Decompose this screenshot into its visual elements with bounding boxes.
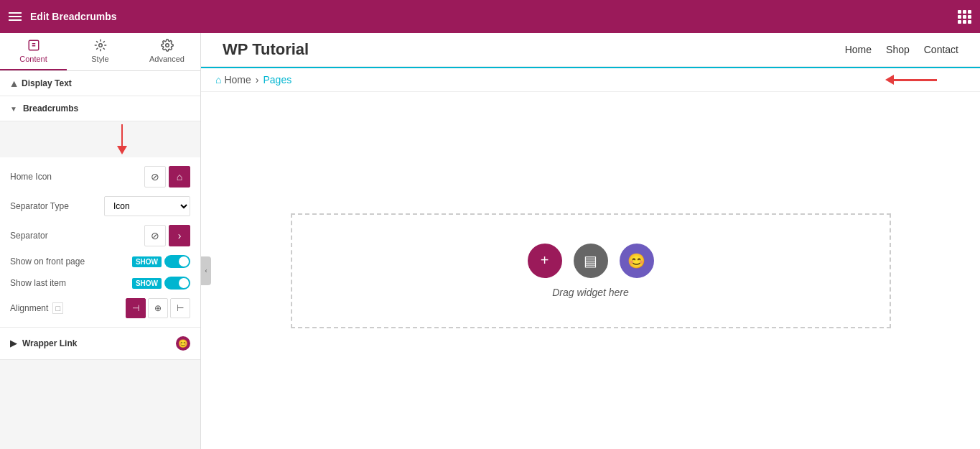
- folder-icon: ▤: [584, 252, 597, 269]
- panel-toggle-icon: ‹: [205, 267, 207, 274]
- align-left-btn[interactable]: ⊣: [126, 298, 146, 318]
- breadcrumb-separator: ›: [256, 74, 259, 85]
- widget-drop-zone[interactable]: + ▤ 😊 Drag widget here: [291, 213, 891, 328]
- align-center-btn[interactable]: ⊕: [148, 298, 168, 318]
- wrapper-link-chevron: ▶: [10, 338, 17, 348]
- breadcrumbs-content: Home Icon ⊘ ⌂ Separator Type Icon Text S…: [0, 157, 200, 328]
- breadcrumbs-label: Breadcrumbs: [23, 103, 78, 114]
- emoji-icon: 😊: [627, 252, 645, 269]
- home-icon-buttons: ⊘ ⌂: [144, 166, 190, 188]
- separator-type-select[interactable]: Icon Text: [104, 196, 190, 216]
- alignment-label: Alignment: [10, 303, 48, 313]
- show-last-item-label: Show last item: [10, 278, 66, 288]
- show-last-item-slider: [164, 277, 190, 290]
- home-icon-row: Home Icon ⊘ ⌂: [10, 166, 190, 188]
- home-icon-house[interactable]: ⌂: [169, 166, 190, 188]
- red-arrow-line: [894, 79, 937, 81]
- plus-icon: +: [541, 252, 549, 269]
- tab-advanced[interactable]: Advanced: [134, 33, 200, 70]
- grid-icon[interactable]: [958, 10, 971, 24]
- drag-widget-text: Drag widget here: [552, 287, 629, 298]
- show-front-page-label: Show on front page: [10, 256, 85, 267]
- breadcrumb-home: Home: [224, 74, 251, 85]
- breadcrumb-bar: ⌂ Home › Pages: [201, 67, 980, 92]
- site-nav: Home Shop Contact: [845, 44, 958, 55]
- top-bar: Edit Breadcrumbs: [0, 0, 980, 33]
- svg-point-4: [165, 44, 169, 47]
- top-bar-title: Edit Breadcrumbs: [30, 11, 117, 22]
- red-arrow-head: [885, 75, 894, 85]
- hamburger-icon[interactable]: [9, 12, 22, 21]
- wrapper-link-label: Wrapper Link: [22, 338, 77, 348]
- separator-row: Separator ⊘ ›: [10, 225, 190, 246]
- top-bar-left: Edit Breadcrumbs: [9, 11, 117, 22]
- down-arrow-indicator: [43, 124, 200, 154]
- display-text-label: Display Text: [22, 78, 72, 88]
- red-arrow-indicator: [885, 75, 937, 85]
- separator-no-icon[interactable]: ⊘: [144, 225, 166, 246]
- emoji-widget-button[interactable]: 😊: [620, 244, 654, 278]
- tab-advanced-label: Advanced: [149, 55, 185, 63]
- tabs: Content Style Advanced: [0, 33, 200, 71]
- wrapper-link-left: ▶ Wrapper Link: [10, 338, 77, 348]
- show-last-item-show-label: SHOW: [132, 278, 162, 289]
- display-text-header[interactable]: ▶ Display Text: [0, 71, 200, 96]
- show-last-item-row: Show last item SHOW: [10, 277, 190, 290]
- separator-label: Separator: [10, 231, 48, 241]
- nav-shop[interactable]: Shop: [886, 44, 910, 55]
- show-front-page-toggle[interactable]: [164, 255, 190, 268]
- separator-buttons: ⊘ ›: [144, 225, 190, 246]
- breadcrumbs-chevron: ▼: [10, 105, 17, 113]
- show-front-page-slider: [164, 255, 190, 268]
- right-panel: WP Tutorial Home Shop Contact ⌂ Home › P…: [201, 33, 980, 449]
- tab-style[interactable]: Style: [67, 33, 134, 70]
- alignment-label-group: Alignment □: [10, 302, 63, 314]
- svg-point-3: [98, 44, 102, 47]
- show-last-item-toggle-wrapper: SHOW: [132, 277, 190, 290]
- breadcrumbs-header[interactable]: ▼ Breadcrumbs: [0, 96, 200, 121]
- main-layout: Content Style Advanced ▶ Display Text: [0, 33, 980, 449]
- breadcrumb-home-icon: ⌂: [215, 74, 221, 85]
- alignment-row: Alignment □ ⊣ ⊕ ⊢: [10, 298, 190, 318]
- site-header: WP Tutorial Home Shop Contact: [201, 33, 980, 67]
- left-panel: Content Style Advanced ▶ Display Text: [0, 33, 201, 449]
- breadcrumb-current: Pages: [263, 74, 292, 85]
- display-text-chevron: ▶: [9, 80, 17, 86]
- nav-contact[interactable]: Contact: [924, 44, 958, 55]
- wrapper-link-icon: 😊: [176, 336, 190, 351]
- add-widget-button[interactable]: +: [528, 244, 562, 278]
- separator-chevron[interactable]: ›: [169, 225, 190, 246]
- show-last-item-toggle[interactable]: [164, 277, 190, 290]
- show-front-page-show-label: SHOW: [132, 256, 162, 267]
- tab-style-label: Style: [91, 55, 108, 63]
- wrapper-link-header[interactable]: ▶ Wrapper Link 😊: [0, 328, 200, 360]
- canvas-area: ‹ + ▤ 😊 Drag widget here: [201, 92, 980, 449]
- separator-type-row: Separator Type Icon Text: [10, 196, 190, 216]
- home-icon-no-icon[interactable]: ⊘: [144, 166, 166, 188]
- separator-type-label: Separator Type: [10, 201, 69, 211]
- widget-icons-row: + ▤ 😊: [528, 244, 654, 278]
- alignment-device-icon: □: [52, 302, 63, 314]
- folder-widget-button[interactable]: ▤: [574, 244, 608, 278]
- tab-content-label: Content: [19, 55, 47, 63]
- show-front-page-toggle-wrapper: SHOW: [132, 255, 190, 268]
- site-title: WP Tutorial: [223, 40, 309, 59]
- align-right-btn[interactable]: ⊢: [170, 298, 190, 318]
- tab-content[interactable]: Content: [0, 33, 67, 70]
- nav-home[interactable]: Home: [845, 44, 872, 55]
- panel-collapse-toggle[interactable]: ‹: [201, 256, 211, 285]
- alignment-buttons: ⊣ ⊕ ⊢: [126, 298, 190, 318]
- show-front-page-row: Show on front page SHOW: [10, 255, 190, 268]
- home-icon-label: Home Icon: [10, 172, 52, 182]
